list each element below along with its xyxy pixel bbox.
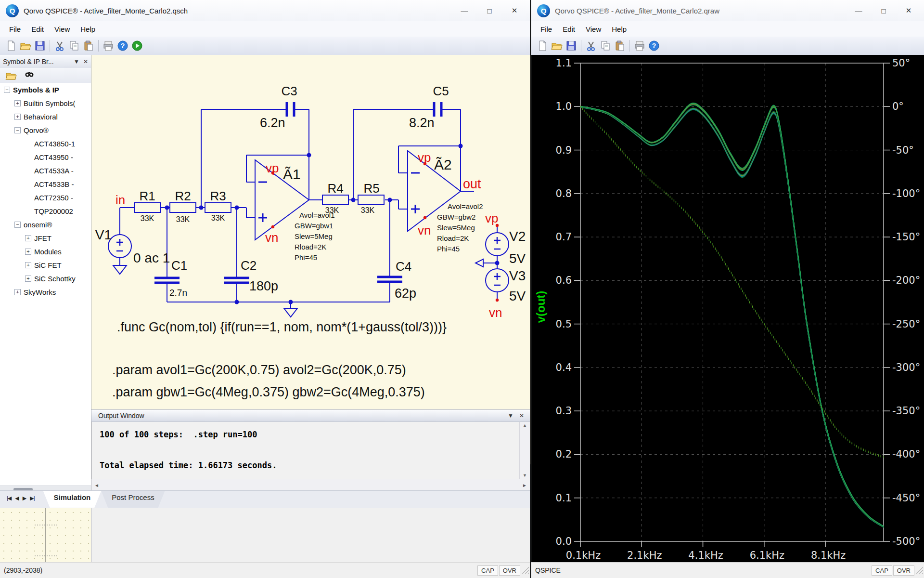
cut-icon[interactable] [52,39,67,53]
save-icon[interactable] [33,39,47,53]
net-label-vn[interactable]: vn [265,230,278,245]
maximize-button[interactable]: □ [871,0,896,21]
label-C4[interactable]: C4 [396,259,411,274]
tree-item-act43850-1[interactable]: ACT43850-1 [0,137,91,150]
label-V3[interactable]: V3 [509,268,526,283]
print-icon[interactable] [632,39,647,53]
menu-help[interactable]: Help [75,23,101,35]
tab-prev-icon[interactable]: ◀ [15,495,18,501]
ground-symbol[interactable] [113,265,127,274]
label-R3[interactable]: R3 [210,189,226,203]
value-V3[interactable]: 5V [509,289,526,303]
menu-file[interactable]: File [4,23,26,35]
menu-view[interactable]: View [49,23,75,35]
value-R2[interactable]: 33K [176,215,190,223]
opamp-param[interactable]: Phi=45 [295,253,317,262]
label-A1[interactable]: Ã1 [283,166,301,182]
tree-item-skyworks[interactable]: +SkyWorks [0,285,91,299]
copy-icon[interactable] [598,39,613,53]
label-A2[interactable]: Ã2 [434,157,452,172]
paste-icon[interactable] [81,39,96,53]
value-C2[interactable]: 180p [249,279,278,293]
new-document-icon[interactable] [535,39,550,53]
menu-help[interactable]: Help [606,23,632,35]
resistor-R4[interactable] [322,195,348,205]
minus-expander-icon[interactable]: − [4,87,10,93]
scroll-down-icon[interactable]: ▼ [523,473,527,478]
close-button[interactable]: ✕ [502,0,527,21]
tree-item-behavioral[interactable]: +Behavioral [0,110,91,123]
help-icon[interactable]: ? [116,39,130,53]
opamp-param[interactable]: Avol=avol1 [299,211,335,219]
plus-expander-icon[interactable]: + [14,100,21,106]
opamp-param[interactable]: Rload=2K [295,243,326,251]
plus-expander-icon[interactable]: + [25,276,31,282]
tab-next-icon[interactable]: ▶ [23,495,26,501]
tree-item-builtin-symbols[interactable]: +Builtin Symbols( [0,96,91,110]
tree-item-modules[interactable]: +Modules [0,245,91,258]
waveform-plot-area[interactable]: 1.11.00.90.80.70.60.50.40.30.20.10.050°0… [531,55,924,563]
net-label-vp[interactable]: vp [485,211,498,225]
run-icon[interactable] [130,39,144,53]
menu-edit[interactable]: Edit [26,23,49,35]
tab-simulation[interactable]: Simulation [43,491,102,508]
tab-post-process[interactable]: Post Process [101,491,165,508]
label-V1[interactable]: V1 [95,227,112,242]
label-R1[interactable]: R1 [139,189,155,203]
tree-item-act4533a[interactable]: ACT4533A - [0,164,91,177]
opamp-param[interactable]: Rload=2K [437,234,469,242]
label-C1[interactable]: C1 [171,258,187,273]
directive-param-gbw[interactable]: .param gbw1=Gc(4Meg,0.375) gbw2=Gc(4Meg,… [112,385,425,399]
label-C2[interactable]: C2 [241,258,257,273]
help-icon[interactable]: ? [647,39,661,53]
menu-edit[interactable]: Edit [557,23,580,35]
resistor-R5[interactable] [358,195,384,205]
menu-view[interactable]: View [580,23,606,35]
opamp-param[interactable]: GBW=gbw2 [437,213,475,221]
output-horizontal-scrollbar[interactable]: ◄► [91,479,530,491]
minimize-button[interactable]: — [452,0,477,21]
minus-expander-icon[interactable]: − [14,127,21,133]
resize-grip[interactable] [916,567,923,574]
directive-param-avol[interactable]: .param avol1=Gc(200K,0.75) avol2=Gc(200K… [112,363,406,377]
net-label-vn[interactable]: vn [418,223,431,237]
find-icon[interactable] [22,69,37,82]
plus-expander-icon[interactable]: + [25,262,31,268]
cut-icon[interactable] [584,39,598,53]
tree-item-tqp200002[interactable]: TQP200002 [0,204,91,218]
save-icon[interactable] [564,39,578,53]
output-collapse-icon[interactable]: ▼ [508,412,513,419]
tree-item-act4533b[interactable]: ACT4533B - [0,177,91,191]
opamp-param[interactable]: Avol=avol2 [448,202,483,210]
value-R5[interactable]: 33K [361,206,375,214]
tree-item-act72350[interactable]: ACT72350 - [0,191,91,204]
value-C5[interactable]: 8.2n [409,116,435,130]
directive-func[interactable]: .func Gc(nom,tol) {if(run==1, nom, nom*(… [117,320,447,334]
scroll-up-icon[interactable]: ▲ [523,423,527,428]
print-icon[interactable] [101,39,116,53]
tree-item-act43950[interactable]: ACT43950 - [0,150,91,164]
plus-expander-icon[interactable]: + [14,289,21,295]
resize-grip[interactable] [522,567,529,574]
plus-expander-icon[interactable]: + [25,249,31,255]
panel-dropdown-icon[interactable]: ▼ [74,58,79,65]
minimize-button[interactable]: — [846,0,871,21]
opamp-param[interactable]: Slew=5Meg [437,223,475,232]
resistor-R1[interactable] [134,203,160,212]
menu-file[interactable]: File [535,23,557,35]
tree-item-qorvo[interactable]: −Qorvo® [0,123,91,137]
schematic-canvas[interactable]: V10 ac 1inR133KR233KR333KR433KR533KC12.7… [91,55,530,464]
label-R4[interactable]: R4 [327,181,343,196]
tree-item-sic-schottky[interactable]: +SiC Schottky [0,272,91,285]
net-label-vn[interactable]: vn [489,305,502,320]
tree-item-jfet[interactable]: +JFET [0,231,91,245]
resistor-R2[interactable] [170,203,196,212]
tree-item-symbols-ip[interactable]: −Symbols & IP [0,83,91,96]
plus-expander-icon[interactable]: + [14,114,21,120]
value-C1[interactable]: 2.7n [169,288,187,298]
opamp-param[interactable]: GBW=gbw1 [295,222,333,230]
value-V1[interactable]: 0 ac 1 [133,250,170,265]
value-C4[interactable]: 62p [395,286,416,301]
net-label-vp[interactable]: vp [418,150,431,165]
copy-icon[interactable] [67,39,81,53]
